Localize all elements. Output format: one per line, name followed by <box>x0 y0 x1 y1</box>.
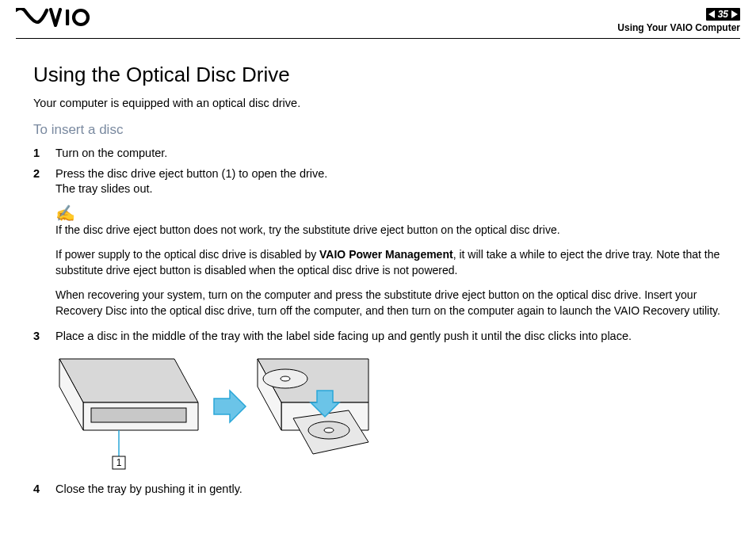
svg-rect-5 <box>91 408 186 422</box>
step-number: 2 <box>33 166 55 197</box>
step-3: 3 Place a disc in the middle of the tray… <box>33 329 723 345</box>
step-number: 4 <box>33 482 55 498</box>
note-paragraph: If power supply to the optical disc driv… <box>55 247 723 278</box>
step-text: Place a disc in the middle of the tray w… <box>55 329 723 345</box>
prev-page-icon[interactable] <box>708 10 715 18</box>
breadcrumb: Using Your VAIO Computer <box>617 22 740 33</box>
callout-label: 1 <box>116 457 122 468</box>
note-icon: ✍ <box>55 205 723 221</box>
page-title: Using the Optical Disc Drive <box>33 63 723 87</box>
step-number: 1 <box>33 146 55 162</box>
svg-point-1 <box>74 10 88 25</box>
step-number: 3 <box>33 329 55 345</box>
svg-marker-8 <box>214 391 246 422</box>
step-text: Turn on the computer. <box>55 146 723 162</box>
intro-text: Your computer is equipped with an optica… <box>33 97 723 109</box>
note-paragraph: If the disc drive eject button does not … <box>55 223 723 238</box>
svg-marker-2 <box>59 359 198 402</box>
note-paragraph: When recovering your system, turn on the… <box>55 288 723 318</box>
vaio-logo <box>16 8 103 27</box>
page-indicator: 35 <box>706 8 740 21</box>
step-1: 1 Turn on the computer. <box>33 146 723 162</box>
step-2: 2 Press the disc drive eject button (1) … <box>33 166 723 197</box>
step-text: Close the tray by pushing it in gently. <box>55 482 723 498</box>
svg-point-13 <box>281 376 290 381</box>
section-subhead: To insert a disc <box>33 122 723 138</box>
step-text: Press the disc drive eject button (1) to… <box>55 166 723 197</box>
svg-point-16 <box>324 428 334 433</box>
step-4: 4 Close the tray by pushing it in gently… <box>33 482 723 498</box>
svg-rect-0 <box>66 10 69 25</box>
instruction-figure: 1 <box>55 355 723 474</box>
page-number: 35 <box>718 9 728 20</box>
next-page-icon[interactable] <box>731 10 738 18</box>
